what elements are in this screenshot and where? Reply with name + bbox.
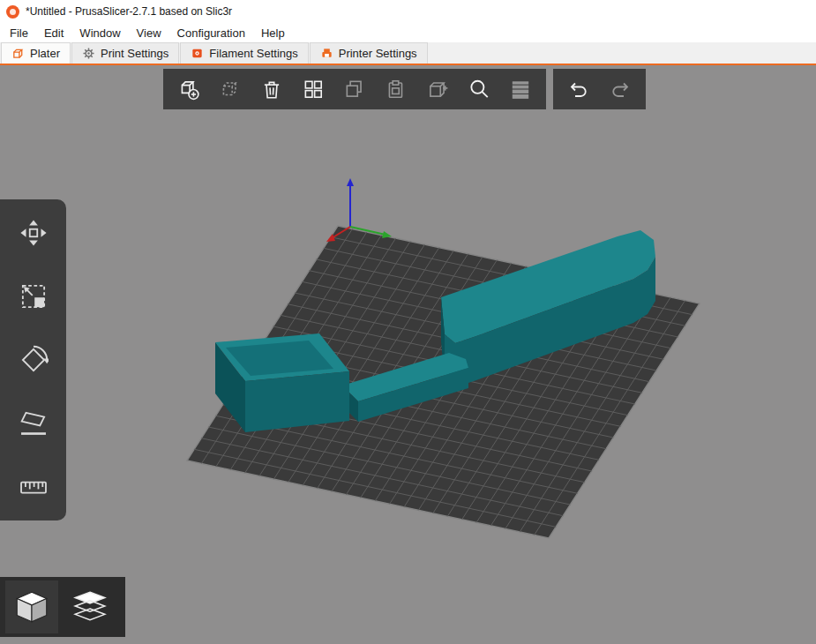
top-toolbar xyxy=(163,69,646,109)
3d-editor-view-button[interactable] xyxy=(5,580,58,633)
gizmo-scale-button[interactable] xyxy=(16,279,51,314)
scale-icon xyxy=(19,281,49,311)
rotate-icon xyxy=(19,345,49,375)
toolbar-add-instance-button[interactable] xyxy=(423,74,453,104)
redo-icon xyxy=(609,78,632,101)
search-icon xyxy=(468,78,490,101)
gizmo-move-button[interactable] xyxy=(16,215,51,251)
move-icon xyxy=(19,218,49,248)
gizmo-toolbar xyxy=(0,199,66,520)
filament-spool-icon xyxy=(191,47,204,60)
tab-plater[interactable]: Plater xyxy=(1,42,71,64)
toolbar-paste-button[interactable] xyxy=(381,74,411,104)
tab-plater-label: Plater xyxy=(30,47,60,60)
tab-filament-settings-label: Filament Settings xyxy=(209,47,297,60)
toolbar-arrange-button[interactable] xyxy=(298,74,328,104)
menu-help[interactable]: Help xyxy=(253,25,293,41)
view-mode-bar xyxy=(0,577,125,637)
delete-all-trash-icon xyxy=(260,78,283,101)
viewport-3d[interactable] xyxy=(0,65,816,644)
tab-printer-settings-label: Printer Settings xyxy=(339,47,417,60)
toolbar-undo-button[interactable] xyxy=(564,74,594,104)
menu-window[interactable]: Window xyxy=(71,25,128,41)
sliced-preview-layers-icon xyxy=(70,587,110,627)
gizmo-place-on-face-button[interactable] xyxy=(16,406,51,441)
settings-tabbar: Plater Print Settings Filament Settings xyxy=(0,42,816,65)
copy-icon xyxy=(343,78,366,101)
sliced-preview-button[interactable] xyxy=(64,580,116,633)
menu-edit[interactable]: Edit xyxy=(36,25,71,41)
toolbar-copy-button[interactable] xyxy=(340,74,370,104)
menu-configuration[interactable]: Configuration xyxy=(169,25,253,41)
3d-editor-view-cube-icon xyxy=(11,587,52,627)
measure-ruler-icon xyxy=(19,472,49,502)
tab-printer-settings[interactable]: Printer Settings xyxy=(310,42,428,64)
gizmo-measure-button[interactable] xyxy=(16,469,51,505)
paste-icon xyxy=(385,78,408,101)
menu-view[interactable]: View xyxy=(129,25,169,41)
arrange-icon xyxy=(302,78,325,101)
add-icon xyxy=(177,78,200,101)
variable-layer-height-icon xyxy=(509,78,532,101)
undo-icon xyxy=(567,78,590,101)
plater-cube-icon xyxy=(11,47,25,60)
toolbar-search-button[interactable] xyxy=(464,74,494,104)
delete-icon xyxy=(219,78,242,101)
prusaslicer-logo-icon xyxy=(6,5,19,19)
object-toolbar-panel xyxy=(163,69,546,109)
add-instance-icon xyxy=(426,78,449,101)
viewport-3d-scene[interactable] xyxy=(0,65,816,644)
gear-icon xyxy=(82,47,95,60)
tab-print-settings-label: Print Settings xyxy=(101,47,168,60)
tab-filament-settings[interactable]: Filament Settings xyxy=(180,42,308,64)
undo-redo-panel xyxy=(553,69,646,109)
toolbar-delete-all-button[interactable] xyxy=(257,74,287,104)
place-on-face-icon xyxy=(19,408,49,438)
toolbar-variable-layer-height-button[interactable] xyxy=(505,74,535,104)
menu-file[interactable]: File xyxy=(2,25,36,41)
toolbar-redo-button[interactable] xyxy=(605,74,635,104)
toolbar-delete-button[interactable] xyxy=(215,74,245,104)
window-titlebar: *Untitled - PrusaSlicer-2.7.1 based on S… xyxy=(0,0,816,23)
toolbar-add-button[interactable] xyxy=(174,74,204,104)
menubar: File Edit Window View Configuration Help xyxy=(0,23,816,42)
window-title: *Untitled - PrusaSlicer-2.7.1 based on S… xyxy=(26,5,232,18)
gizmo-rotate-button[interactable] xyxy=(16,342,51,378)
printer-icon xyxy=(320,47,333,60)
tab-print-settings[interactable]: Print Settings xyxy=(71,42,179,64)
